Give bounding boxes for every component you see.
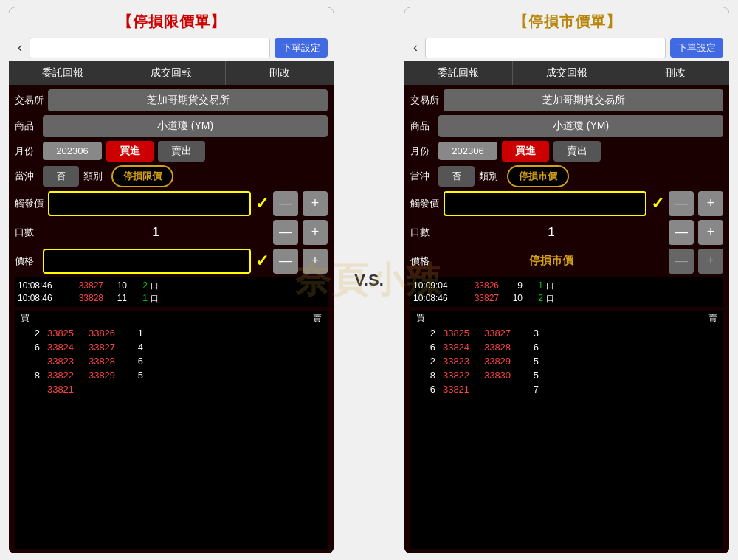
left-tab-1[interactable]: 成交回報 [117, 61, 226, 85]
left-top-nav: ‹ 下單設定 [9, 35, 334, 61]
right-mr-buy-price-4: 33821 [435, 384, 477, 395]
right-trade-row-0: 10:09:04 33826 9 1 口 [413, 280, 720, 292]
right-content: 交易所 芝加哥期貨交易所 商品 小道瓊 (YM) 月份 買進 賣出 當沖 否 類… [404, 85, 729, 553]
left-exchange-label: 交易所 [15, 94, 44, 107]
right-settings-btn[interactable]: 下單設定 [670, 38, 723, 58]
left-trigger-input[interactable] [48, 191, 251, 216]
right-mr-sell-price-3: 33830 [477, 370, 518, 381]
right-tab-2[interactable]: 刪改 [621, 61, 729, 85]
left-mr-sell-price-1: 33827 [81, 342, 123, 353]
left-type-badge[interactable]: 停損限價 [111, 165, 173, 187]
left-price-input[interactable] [43, 249, 251, 274]
right-tab-bar: 委託回報 成交回報 刪改 [404, 61, 729, 85]
left-market-buy-label: 買 [21, 312, 30, 325]
left-mr-buy-vol-0: 2 [19, 328, 40, 339]
left-header: 【停損限價單】 [9, 7, 334, 35]
right-lot-value: 1 [438, 226, 664, 239]
left-price-plus[interactable]: + [303, 249, 328, 274]
right-mr-buy-vol-3: 8 [415, 370, 435, 381]
right-trade-box-1: 口 [546, 293, 554, 304]
left-trigger-check: ✓ [255, 194, 269, 213]
right-mr-buy-price-1: 33824 [435, 342, 477, 353]
right-back-arrow[interactable]: ‹ [410, 38, 421, 57]
left-exchange-row: 交易所 芝加哥期貨交易所 [15, 89, 328, 111]
right-trigger-wrap [444, 191, 646, 216]
left-mr-buy-price-0: 33825 [40, 328, 81, 339]
right-market-row-4: 6 33821 7 [410, 382, 723, 396]
right-lot-minus[interactable]: — [669, 220, 694, 245]
right-mr-buy-vol-1: 6 [415, 342, 435, 353]
right-month-input[interactable] [438, 142, 497, 160]
right-market-row-2: 2 33823 33829 5 [410, 354, 723, 368]
left-daytrade-btn[interactable]: 否 [43, 166, 79, 187]
left-lot-plus[interactable]: + [303, 220, 328, 245]
left-back-arrow[interactable]: ‹ [15, 38, 25, 57]
right-market-input[interactable] [425, 38, 666, 58]
left-mr-buy-price-2: 33823 [40, 356, 81, 367]
left-trade-vol-1: 11 [106, 293, 127, 303]
left-market-header: 買 賣 [15, 311, 328, 326]
right-trigger-minus[interactable]: — [669, 191, 694, 216]
left-trade-time-0: 10:08:46 [18, 280, 63, 291]
right-trade-price-1: 33827 [462, 293, 499, 303]
left-trade-count-1: 1 [130, 293, 148, 303]
right-product-label: 商品 [410, 120, 434, 133]
left-month-label: 月份 [15, 145, 38, 158]
right-title: 【停損市價單】 [412, 12, 722, 32]
left-trade-time-1: 10:08:46 [18, 293, 63, 303]
left-tab-2[interactable]: 刪改 [226, 61, 334, 85]
right-lot-plus[interactable]: + [698, 220, 723, 245]
main-container: 【停損限價單】 ‹ 下單設定 委託回報 成交回報 刪改 交易所 芝加哥期貨交易所… [0, 0, 738, 560]
right-trade-time-1: 10:08:46 [413, 293, 459, 303]
right-header: 【停損市價單】 [404, 7, 729, 35]
right-market-row-0: 2 33825 33827 3 [410, 326, 723, 340]
right-mr-sell-price-1: 33828 [477, 342, 518, 353]
right-tab-0[interactable]: 委託回報 [404, 61, 513, 85]
left-settings-btn[interactable]: 下單設定 [275, 38, 328, 58]
right-trade-vol-0: 9 [502, 280, 523, 291]
left-trigger-plus[interactable]: + [303, 191, 328, 216]
left-mr-sell-price-0: 33826 [81, 328, 123, 339]
right-exchange-btn[interactable]: 芝加哥期貨交易所 [444, 89, 723, 111]
left-month-input[interactable] [43, 142, 102, 160]
right-market-row-1: 6 33824 33828 6 [410, 340, 723, 354]
left-mr-buy-price-3: 33822 [40, 370, 81, 381]
left-product-btn[interactable]: 小道瓊 (YM) [43, 115, 328, 137]
left-market-sell-label: 賣 [313, 312, 322, 325]
right-trigger-input[interactable] [444, 191, 646, 216]
right-trade-price-0: 33826 [462, 280, 499, 291]
left-exchange-btn[interactable]: 芝加哥期貨交易所 [48, 89, 328, 111]
left-tab-0[interactable]: 委託回報 [9, 61, 117, 85]
left-mr-buy-vol-1: 6 [19, 342, 40, 353]
right-buy-btn[interactable]: 買進 [502, 141, 549, 162]
left-market-section: 買 賣 2 33825 33826 1 6 33824 33827 4 [15, 311, 328, 549]
right-trade-count-1: 2 [525, 293, 543, 303]
right-mr-sell-price-0: 33827 [477, 328, 518, 339]
right-mr-sell-vol-0: 3 [518, 328, 539, 339]
right-trigger-plus[interactable]: + [698, 191, 723, 216]
left-trade-row-0: 10:08:46 33827 10 2 口 [18, 280, 325, 292]
right-market-row-3: 8 33822 33830 5 [410, 368, 723, 382]
right-mr-sell-price-2: 33829 [477, 356, 518, 367]
right-trade-log: 10:09:04 33826 9 1 口 10:08:46 33827 10 2… [410, 277, 723, 307]
right-panel: 【停損市價單】 ‹ 下單設定 委託回報 成交回報 刪改 交易所 芝加哥期貨交易所… [404, 7, 729, 553]
right-daytrade-btn[interactable]: 否 [438, 166, 475, 187]
right-type-badge[interactable]: 停損市價 [507, 165, 569, 187]
left-price-minus[interactable]: — [273, 249, 298, 274]
right-tab-1[interactable]: 成交回報 [513, 61, 621, 85]
left-market-row-4: 33821 [15, 382, 328, 396]
left-market-input[interactable] [30, 38, 270, 58]
right-market-buy-label: 買 [416, 312, 425, 325]
left-trigger-minus[interactable]: — [273, 191, 298, 216]
left-market-row-2: 33823 33828 6 [15, 354, 328, 368]
left-buy-btn[interactable]: 買進 [106, 141, 154, 162]
right-trade-count-0: 1 [525, 280, 543, 291]
right-exchange-label: 交易所 [410, 94, 439, 107]
right-product-btn[interactable]: 小道瓊 (YM) [438, 115, 723, 137]
left-trigger-wrap [48, 191, 251, 216]
left-lot-minus[interactable]: — [273, 220, 298, 245]
right-sell-btn[interactable]: 賣出 [554, 141, 601, 162]
left-sell-btn[interactable]: 賣出 [158, 141, 205, 162]
right-trade-time-0: 10:09:04 [413, 280, 459, 291]
right-type-label: 類別 [479, 170, 503, 183]
